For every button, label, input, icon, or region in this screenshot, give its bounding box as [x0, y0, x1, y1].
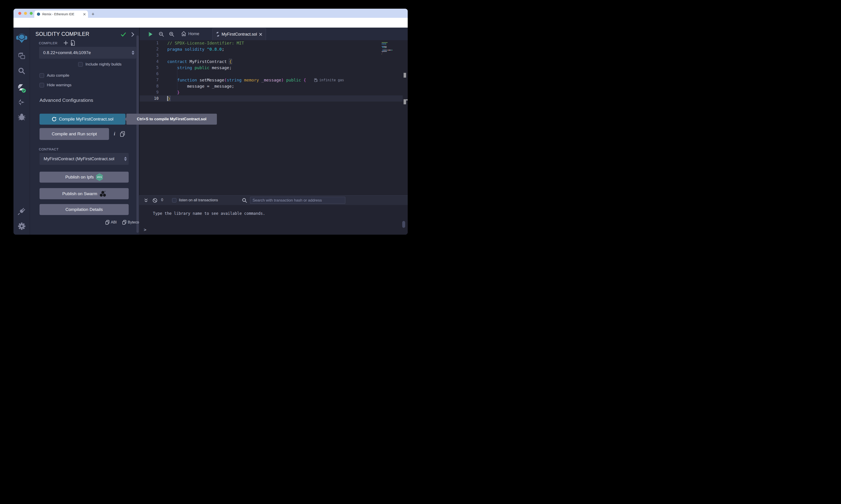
panel-scrollbar[interactable] [136, 35, 139, 233]
overview-ruler-mark [404, 99, 408, 101]
copy-icon [122, 220, 126, 225]
compile-button[interactable]: Compile MyFirstContract.sol [39, 114, 125, 125]
browser-tab[interactable]: Remix - Ethereum IDE [34, 11, 88, 18]
icon-rail [14, 28, 30, 235]
add-compiler-icon[interactable] [63, 40, 68, 46]
terminal-header: 0 listen on all transactions [139, 196, 408, 205]
code-line[interactable]: 10} [140, 95, 403, 102]
publish-swarm-label: Publish on Swarm [62, 191, 97, 196]
deploy-run-icon[interactable] [14, 98, 30, 107]
minimap-line [382, 42, 388, 43]
terminal-scrollbar[interactable] [402, 221, 405, 228]
contract-select[interactable]: MyFirstContract (MyFirstContract.sol [39, 153, 128, 165]
publish-ipfs-button[interactable]: Publish on Ipfs IPFS [39, 172, 128, 183]
minimize-window-button[interactable] [24, 12, 27, 15]
compiler-version-select[interactable]: 0.8.22+commit.4fc1097e [39, 47, 136, 59]
remix-logo-icon[interactable] [14, 33, 30, 43]
minimap-line [385, 47, 387, 48]
compiler-section-label: COMPILER [39, 41, 57, 45]
listen-count-badge: 0 [161, 198, 163, 202]
gas-pump-icon [314, 78, 317, 82]
solidity-compiler-icon-active[interactable] [14, 84, 30, 93]
compiler-license-icon[interactable] [70, 40, 75, 46]
line-number: 3 [140, 52, 159, 58]
copy-script-icon[interactable] [120, 131, 125, 137]
copy-abi-button[interactable]: ABI [105, 220, 117, 225]
screenshot-stage: Remix - Ethereum IDE + [0, 0, 420, 252]
settings-gear-icon[interactable] [14, 222, 30, 230]
listen-transactions-checkbox[interactable] [172, 198, 176, 202]
code-line[interactable]: 6 [140, 71, 403, 77]
zoom-in-icon[interactable] [169, 32, 174, 37]
line-number: 1 [140, 40, 159, 46]
tab-close-icon[interactable] [83, 13, 86, 16]
terminal-prompt[interactable]: > [144, 227, 146, 232]
panel-chevron-right-icon[interactable] [131, 32, 135, 37]
zoom-out-icon[interactable] [159, 32, 164, 37]
minimap-line [391, 50, 391, 51]
ipfs-badge-icon: IPFS [96, 173, 103, 181]
line-number: 7 [140, 77, 159, 83]
solidity-file-icon [216, 32, 219, 37]
close-window-button[interactable] [18, 12, 21, 15]
browser-window: Remix - Ethereum IDE + [14, 9, 408, 235]
gas-estimate-text: infinite gas [319, 78, 344, 82]
minimap-line [382, 43, 383, 44]
publish-ipfs-label: Publish on Ipfs [65, 175, 94, 180]
file-explorer-icon[interactable] [14, 52, 30, 60]
auto-compile-label: Auto compile [47, 73, 69, 78]
minimap-line [392, 50, 393, 51]
minimap-line [383, 43, 384, 44]
code-line[interactable]: 3 [140, 52, 403, 58]
auto-compile-checkbox[interactable] [39, 73, 44, 78]
compile-refresh-icon [52, 116, 57, 122]
remix-favicon-icon [37, 12, 40, 16]
terminal-collapse-icon[interactable] [144, 198, 148, 203]
search-icon[interactable] [14, 67, 30, 75]
code-line[interactable]: 2pragma solidity ^0.8.0; [140, 46, 403, 52]
editor-region: Home MyFirstContract.sol 1// SPDX [139, 28, 408, 195]
gas-estimate-annotation: infinite gas [314, 77, 344, 83]
hide-warnings-label: Hide warnings [47, 83, 71, 87]
tab-active-file[interactable]: MyFirstContract.sol [212, 28, 266, 40]
minimap-line [382, 50, 384, 51]
run-script-play-icon[interactable] [148, 32, 153, 37]
code-line[interactable]: 8 message = _message; [140, 83, 403, 89]
line-number: 2 [140, 46, 159, 52]
transaction-search-input[interactable] [250, 197, 345, 204]
minimap-line [383, 46, 387, 47]
minimap-line [384, 50, 386, 51]
code-line[interactable]: 7 function setMessage(string memory _mes… [140, 77, 403, 83]
publish-swarm-button[interactable]: Publish on Swarm [39, 188, 128, 199]
terminal: 0 listen on all transactions Type the li… [139, 195, 408, 235]
new-tab-button[interactable]: + [90, 11, 96, 17]
debugger-bug-icon[interactable] [14, 113, 30, 121]
copy-icon [105, 220, 109, 225]
code-line[interactable]: 9 } [140, 89, 403, 95]
remix-ide: SOLIDITY COMPILER COMPILER [14, 28, 408, 235]
clear-console-icon[interactable] [152, 198, 157, 203]
code-line[interactable]: 4contract MyFirstContract { [140, 58, 403, 65]
info-icon[interactable]: i [113, 131, 116, 137]
minimap[interactable] [381, 42, 400, 69]
minimap-line [386, 43, 386, 44]
tab-close-icon[interactable] [259, 33, 262, 36]
hide-warnings-checkbox[interactable] [39, 83, 44, 87]
tab-home[interactable]: Home [181, 31, 199, 37]
tab-home-label: Home [188, 32, 199, 36]
contract-steppers-icon [124, 157, 127, 161]
minimap-line [387, 46, 387, 47]
plugin-manager-icon[interactable] [14, 207, 30, 215]
compilation-details-button[interactable]: Compilation Details [39, 204, 128, 215]
editor-tab-bar: Home MyFirstContract.sol [140, 28, 408, 40]
select-steppers-icon [132, 51, 134, 55]
code-line[interactable]: 5 string public message; [140, 65, 403, 71]
line-number: 10 [140, 95, 159, 102]
compile-button-label: Compile MyFirstContract.sol [59, 116, 114, 122]
code-line[interactable]: 1// SPDX-License-Identifier: MIT [140, 40, 403, 46]
compile-and-run-button[interactable]: Compile and Run script [39, 128, 109, 140]
advanced-configurations-toggle[interactable]: Advanced Configurations [39, 97, 93, 103]
include-nightly-checkbox[interactable] [78, 62, 83, 67]
line-number: 9 [140, 89, 159, 95]
maximize-window-button[interactable] [30, 12, 33, 15]
